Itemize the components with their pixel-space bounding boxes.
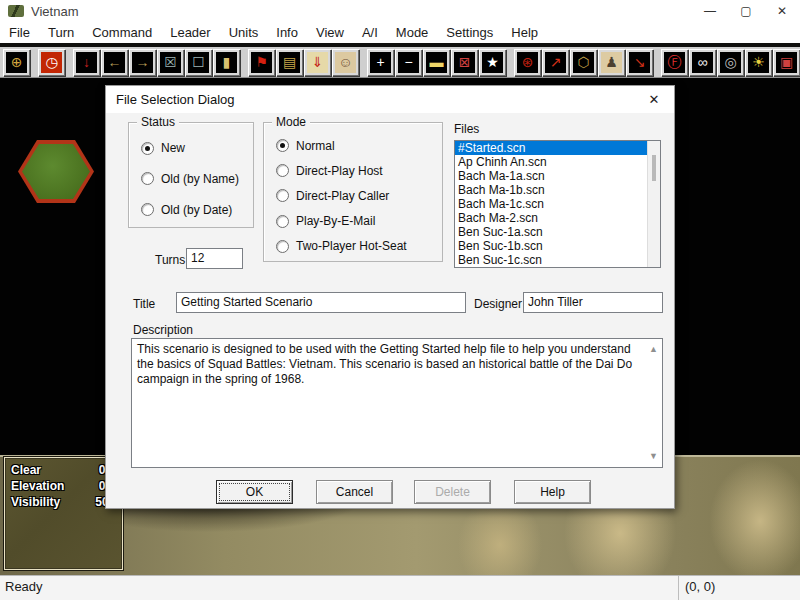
status-text: Ready (5, 579, 43, 594)
artillery-dial-button[interactable]: ⊛ (514, 49, 541, 76)
file-item[interactable]: Ben Suc-1c.scn (455, 253, 660, 267)
menu-item-help[interactable]: Help (502, 22, 547, 43)
file-item[interactable]: #Started.scn (455, 141, 660, 155)
maximize-icon[interactable]: ▢ (728, 0, 764, 22)
move-arrow-button[interactable]: ↗ (542, 49, 569, 76)
file-item[interactable]: Bach Ma-1c.scn (455, 197, 660, 211)
airstrike-map-button[interactable]: ⇓ (304, 49, 331, 76)
menu-item-command[interactable]: Command (83, 22, 161, 43)
files-scroll-thumb[interactable] (652, 155, 656, 181)
toolbar: ⊕◷↓←→☒☐▮⚑▤⇓☺+−▬⊠★⊛↗⬡♟↘Ⓕ∞◎☀▣ (0, 47, 800, 78)
reachable-hexes-icon: ↘ (629, 52, 650, 73)
status-option-old-by-name-[interactable]: Old (by Name) (141, 172, 253, 186)
description-textarea[interactable]: This scenario is designed to be used wit… (131, 338, 663, 468)
menu-item-units[interactable]: Units (220, 22, 268, 43)
remove-card-button[interactable]: ⊠ (451, 49, 478, 76)
zoom-out-icon: − (398, 52, 419, 73)
unload-crate-icon: ☒ (160, 52, 181, 73)
file-item[interactable]: Bach Ma-1b.scn (455, 183, 660, 197)
zoom-in-icon: + (370, 52, 391, 73)
ok-button[interactable]: OK (216, 480, 293, 504)
ammo-icon: ▮ (216, 52, 237, 73)
ammo-button[interactable]: ▮ (213, 49, 240, 76)
files-scrollbar[interactable] (647, 141, 660, 267)
reachable-hexes-button[interactable]: ↘ (626, 49, 653, 76)
file-item[interactable]: Bach Ma-2.scn (455, 211, 660, 225)
fire-mode-icon: Ⓕ (664, 52, 685, 73)
status-option-old-by-date-[interactable]: Old (by Date) (141, 203, 253, 217)
jump-to-hex-button[interactable]: ⊕ (3, 49, 30, 76)
hq-box-icon: ▤ (279, 52, 300, 73)
fire-mode-button[interactable]: Ⓕ (661, 49, 688, 76)
radio-option-label: Normal (296, 139, 335, 153)
radio-option-label: New (161, 141, 185, 155)
cancel-button[interactable]: Cancel (316, 480, 393, 504)
menu-item-view[interactable]: View (307, 22, 353, 43)
hq-box-button[interactable]: ▤ (276, 49, 303, 76)
radio-option-label: Direct-Play Host (296, 164, 383, 178)
radio-option-label: Old (by Name) (161, 172, 239, 186)
menu-item-leader[interactable]: Leader (161, 22, 219, 43)
file-item[interactable]: Ben Suc-1b.scn (455, 239, 660, 253)
menu-item-ai[interactable]: A/I (353, 22, 387, 43)
title-label: Title (133, 297, 155, 311)
mode-group-label: Mode (272, 115, 310, 129)
menu-item-mode[interactable]: Mode (387, 22, 438, 43)
target-ring-button[interactable]: ◎ (717, 49, 744, 76)
map-hex[interactable] (18, 140, 94, 203)
load-crate-button[interactable]: ☐ (185, 49, 212, 76)
menu-item-turn[interactable]: Turn (39, 22, 83, 43)
objective-flag-button[interactable]: ⚑ (248, 49, 275, 76)
mode-option-direct-play-caller[interactable]: Direct-Play Caller (276, 189, 442, 203)
files-listbox[interactable]: #Started.scnAp Chinh An.scnBach Ma-1a.sc… (454, 140, 661, 268)
next-turn-button[interactable]: ↓ (73, 49, 100, 76)
leader-portrait-button[interactable]: ☺ (332, 49, 359, 76)
leader-portrait-icon: ☺ (335, 52, 356, 73)
radio-option-label: Play-By-E-Mail (296, 214, 375, 228)
turns-input[interactable]: 12 (186, 248, 243, 269)
flare-button[interactable]: ☀ (745, 49, 772, 76)
menu-item-file[interactable]: File (0, 22, 39, 43)
menu-item-settings[interactable]: Settings (437, 22, 502, 43)
mode-option-direct-play-host[interactable]: Direct-Play Host (276, 164, 442, 178)
next-button[interactable]: → (129, 49, 156, 76)
file-item[interactable]: Bach Ma-1a.scn (455, 169, 660, 183)
highlight-star-button[interactable]: ★ (479, 49, 506, 76)
status-group-label: Status (137, 115, 179, 129)
title-input[interactable]: Getting Started Scenario (176, 292, 466, 313)
previous-button[interactable]: ← (101, 49, 128, 76)
binoculars-button[interactable]: ∞ (689, 49, 716, 76)
menu-item-info[interactable]: Info (267, 22, 307, 43)
zoom-out-button[interactable]: − (395, 49, 422, 76)
flare-icon: ☀ (748, 52, 769, 73)
linked-units-button[interactable]: ▣ (773, 49, 800, 76)
scroll-down-icon[interactable]: ▼ (649, 449, 658, 464)
turn-clock-button[interactable]: ◷ (38, 49, 65, 76)
file-item[interactable]: Ap Chinh An.scn (455, 155, 660, 169)
unload-crate-button[interactable]: ☒ (157, 49, 184, 76)
mode-option-two-player-hot-seat[interactable]: Two-Player Hot-Seat (276, 239, 442, 253)
toolbar-group: +−▬⊠★ (367, 49, 507, 76)
help-button[interactable]: Help (514, 480, 591, 504)
file-selection-dialog: File Selection Dialog ✕ Status NewOld (b… (105, 85, 675, 509)
file-item[interactable]: Ben Suc-1a.scn (455, 225, 660, 239)
mode-option-play-by-e-mail[interactable]: Play-By-E-Mail (276, 214, 442, 228)
dialog-close-icon[interactable]: ✕ (634, 86, 674, 113)
mode-option-normal[interactable]: Normal (276, 139, 442, 153)
artillery-dial-icon: ⊛ (517, 52, 538, 73)
zoom-in-button[interactable]: + (367, 49, 394, 76)
objective-flag-icon: ⚑ (251, 52, 272, 73)
counter-view-button[interactable]: ▬ (423, 49, 450, 76)
turn-clock-icon: ◷ (41, 52, 62, 73)
scroll-up-icon[interactable]: ▲ (649, 342, 658, 357)
close-icon[interactable]: ✕ (764, 0, 800, 22)
terrain-label: Visibility (11, 494, 60, 510)
status-option-new[interactable]: New (141, 141, 253, 155)
minimize-icon[interactable]: — (692, 0, 728, 22)
dialog-title-bar[interactable]: File Selection Dialog ✕ (106, 86, 674, 113)
jump-to-hex-icon: ⊕ (6, 52, 27, 73)
designer-input[interactable]: John Tiller (523, 292, 663, 313)
hex-outline-button[interactable]: ⬡ (570, 49, 597, 76)
dialog-button-row: OKCancelDeleteHelp (106, 480, 674, 504)
soldier-button[interactable]: ♟ (598, 49, 625, 76)
